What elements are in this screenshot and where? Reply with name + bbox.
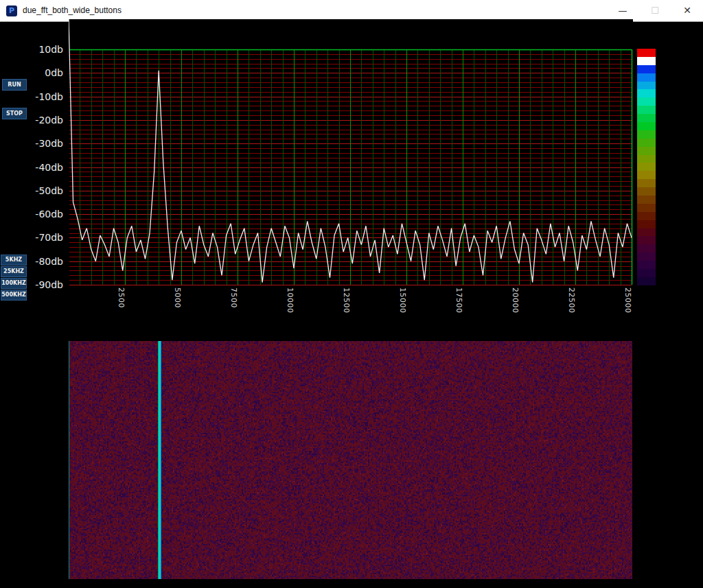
colorbar-band	[637, 187, 656, 196]
colorbar-band	[637, 228, 656, 237]
colorbar-band	[637, 244, 656, 252]
y-tick-label: 10db	[30, 44, 63, 55]
freq-button-5khz[interactable]: 5KHZ	[1, 255, 27, 266]
colorbar-band	[637, 130, 656, 139]
colorbar-band	[637, 171, 656, 179]
x-tick-label: 5000	[173, 287, 182, 308]
freq-button-100khz[interactable]: 100KHZ	[1, 278, 27, 289]
y-tick-label: -80db	[30, 256, 63, 267]
x-tick-label: 7500	[229, 287, 238, 308]
colorbar-band	[637, 89, 656, 97]
colorbar-band	[637, 155, 656, 163]
freq-button-500khz[interactable]: 500KHZ	[1, 290, 27, 301]
colorbar-band	[637, 179, 656, 187]
y-tick-label: -90db	[30, 279, 63, 290]
colorbar-band	[637, 204, 656, 212]
y-tick-label: 0db	[30, 67, 63, 78]
colorbar-band	[637, 106, 656, 114]
y-tick-label: -40db	[30, 162, 63, 173]
colorbar-band	[637, 196, 656, 204]
colorbar-band	[637, 49, 656, 57]
colorbar-band	[637, 252, 656, 261]
x-tick-label: 20000	[511, 287, 520, 314]
y-tick-label: -10db	[30, 91, 63, 102]
minimize-button[interactable]: —	[607, 0, 638, 21]
waterfall-color-scale	[637, 49, 656, 285]
colorbar-band	[637, 261, 656, 269]
colorbar-band	[637, 82, 656, 90]
colorbar-band	[637, 97, 656, 106]
colorbar-band	[637, 212, 656, 220]
y-tick-label: -30db	[30, 138, 63, 149]
colorbar-band	[637, 277, 656, 285]
y-tick-label: -60db	[30, 209, 63, 220]
x-tick-label: 22500	[567, 287, 576, 314]
colorbar-band	[637, 122, 656, 130]
window-title: due_fft_both_wide_buttons	[23, 5, 122, 15]
x-tick-label: 25000	[623, 287, 632, 314]
run-button[interactable]: RUN	[2, 79, 27, 91]
y-tick-label: -70db	[30, 232, 63, 243]
waterfall-spectrogram-canvas	[69, 341, 632, 579]
colorbar-band	[637, 65, 656, 73]
stop-button[interactable]: STOP	[2, 108, 27, 119]
freq-button-25khz[interactable]: 25KHZ	[1, 266, 27, 277]
colorbar-band	[637, 269, 656, 277]
close-button[interactable]: ✕	[671, 0, 703, 21]
y-tick-label: -20db	[30, 115, 63, 126]
colorbar-band	[637, 236, 656, 244]
colorbar-band	[637, 139, 656, 147]
colorbar-band	[637, 57, 656, 65]
processing-app-icon: P	[6, 5, 17, 16]
x-tick-label: 15000	[398, 287, 407, 314]
y-tick-label: -50db	[30, 185, 63, 196]
colorbar-band	[637, 114, 656, 122]
x-tick-label: 10000	[286, 287, 295, 314]
spectrum-plot-canvas	[69, 19, 633, 285]
x-tick-label: 12500	[342, 287, 351, 314]
x-tick-label: 2500	[117, 287, 126, 308]
x-tick-label: 17500	[454, 287, 463, 314]
colorbar-band	[637, 147, 656, 155]
app-window: P due_fft_both_wide_buttons — ☐ ✕ RUN ST…	[0, 0, 703, 588]
colorbar-band	[637, 73, 656, 82]
colorbar-band	[637, 163, 656, 171]
maximize-button[interactable]: ☐	[639, 0, 671, 21]
colorbar-band	[637, 220, 656, 228]
